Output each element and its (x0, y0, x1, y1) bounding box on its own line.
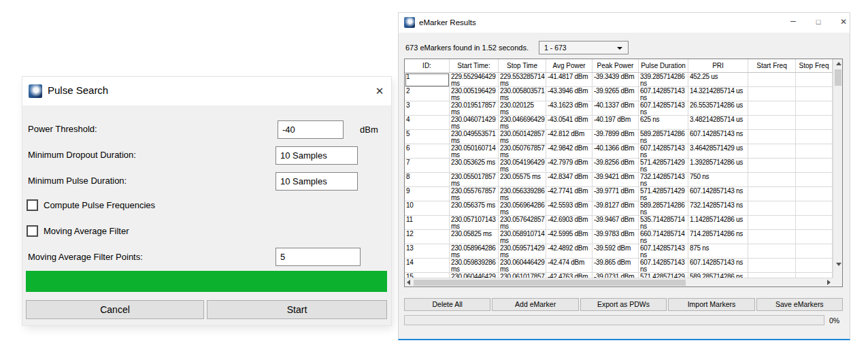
table-cell[interactable]: 3.48214285714 us (688, 116, 748, 130)
table-cell[interactable]: 230.058910714 ms (499, 230, 546, 244)
table-cell[interactable]: 230.054196429 ms (499, 159, 546, 173)
table-cell[interactable]: 230.05825 ms (450, 230, 499, 244)
import-markers-button[interactable]: Import Markers (668, 298, 754, 311)
table-cell[interactable]: 230.005803571 ms (499, 87, 546, 101)
table-cell[interactable]: 3.46428571429 us (688, 144, 748, 159)
table-cell[interactable] (796, 130, 833, 144)
table-cell[interactable]: 13 (405, 244, 450, 259)
table-cell[interactable]: 230.050142857 ms (499, 130, 546, 144)
table-cell[interactable] (748, 159, 796, 173)
table-cell[interactable] (748, 87, 796, 101)
column-header-stop-freq[interactable]: Stop Freq (796, 59, 833, 72)
table-cell[interactable]: -39.9467 dBm (592, 216, 639, 230)
table-cell[interactable] (796, 101, 833, 116)
table-cell[interactable]: 230.059839286 ms (450, 259, 499, 273)
vertical-scrollbar[interactable] (833, 59, 842, 278)
table-cell[interactable] (748, 144, 796, 159)
table-cell[interactable]: -43.3946 dBm (546, 87, 592, 101)
table-cell[interactable]: -43.1623 dBm (546, 101, 592, 116)
table-cell[interactable]: -40.1337 dBm (592, 101, 639, 116)
pulse-search-titlebar[interactable]: Pulse Search ✕ (22, 77, 391, 105)
table-cell[interactable] (796, 87, 833, 101)
column-header-avg-power[interactable]: Avg Power (546, 59, 592, 72)
table-cell[interactable]: 875 ns (688, 244, 748, 259)
table-cell[interactable]: -39.865 dBm (592, 259, 639, 273)
table-cell[interactable] (748, 173, 796, 187)
column-header-start-freq[interactable]: Start Freq (748, 59, 796, 72)
table-cell[interactable]: 339.285714286 ns (639, 73, 688, 87)
table-cell[interactable]: 7 (405, 159, 450, 173)
save-emarkers-button[interactable]: Save eMarkers (756, 298, 843, 311)
table-cell[interactable]: -42.812 dBm (546, 130, 592, 144)
horizontal-scrollbar-thumb[interactable] (414, 280, 686, 286)
table-cell[interactable] (796, 144, 833, 159)
table-cell[interactable] (748, 101, 796, 116)
table-cell[interactable]: 230.046071429 ms (450, 116, 499, 130)
close-icon[interactable]: ✕ (832, 13, 855, 32)
table-cell[interactable]: -40.197 dBm (592, 116, 639, 130)
table-cell[interactable]: -39.8127 dBm (592, 201, 639, 216)
filter-points-input[interactable]: 5 (276, 248, 361, 266)
table-cell[interactable] (748, 73, 796, 87)
table-cell[interactable]: -42.4892 dBm (546, 244, 592, 259)
delete-all-button[interactable]: Delete All (404, 298, 490, 311)
table-cell[interactable]: 571.428571429 ns (639, 187, 688, 201)
table-cell[interactable]: 230.056375 ms (450, 201, 499, 216)
table-cell[interactable]: -41.4817 dBm (546, 73, 592, 87)
column-header-pulse-duration[interactable]: Pulse Duration (639, 59, 688, 72)
table-cell[interactable]: 1.14285714286 us (688, 216, 748, 230)
table-cell[interactable]: 230.053625 ms (450, 159, 499, 173)
column-header-id[interactable]: ID: (405, 59, 450, 72)
table-cell[interactable]: -39.592 dBm (592, 244, 639, 259)
table-cell[interactable]: 607.142857143 ns (639, 244, 688, 259)
table-cell[interactable]: -39.8256 dBm (592, 159, 639, 173)
table-cell[interactable] (748, 116, 796, 130)
table-cell[interactable] (748, 216, 796, 230)
table-cell[interactable]: 571.428571429 ns (639, 159, 688, 173)
table-cell[interactable]: 230.05575 ms (499, 173, 546, 187)
table-cell[interactable]: 26.5535714286 us (688, 101, 748, 116)
table-cell[interactable]: -40.1366 dBm (592, 144, 639, 159)
table-cell[interactable]: 14.3214285714 us (688, 87, 748, 101)
table-cell[interactable]: 230.055017857 ms (450, 173, 499, 187)
moving-average-filter-checkbox[interactable] (27, 225, 38, 237)
table-cell[interactable]: 229.552946429 ms (450, 73, 499, 87)
table-cell[interactable] (796, 259, 833, 273)
table-cell[interactable]: 230.020125 ms (499, 101, 546, 116)
table-cell[interactable] (796, 230, 833, 244)
table-cell[interactable]: 607.142857143 ns (688, 259, 748, 273)
table-cell[interactable]: -42.9842 dBm (546, 144, 592, 159)
min-dropout-input[interactable]: 10 Samples (276, 146, 358, 165)
export-as-pdws-button[interactable]: Export as PDWs (580, 298, 667, 311)
table-cell[interactable]: 607.142857143 ns (639, 87, 688, 101)
table-cell[interactable]: 230.005196429 ms (450, 87, 499, 101)
table-cell[interactable]: 6 (405, 144, 450, 159)
table-cell[interactable]: -39.9265 dBm (592, 87, 639, 101)
table-cell[interactable]: -39.9771 dBm (592, 187, 639, 201)
table-cell[interactable]: 9 (405, 187, 450, 201)
min-pulse-input[interactable]: 10 Samples (276, 172, 358, 191)
column-header-start-time[interactable]: Start Time: (450, 59, 499, 72)
table-cell[interactable]: -42.7979 dBm (546, 159, 592, 173)
add-emarker-button[interactable]: Add eMarker (492, 298, 578, 311)
table-cell[interactable]: -42.7741 dBm (546, 187, 592, 201)
compute-pulse-frequencies-checkbox[interactable] (27, 199, 38, 211)
table-cell[interactable] (748, 187, 796, 201)
table-cell[interactable]: 732.142857143 ns (639, 173, 688, 187)
close-icon[interactable]: ✕ (371, 83, 388, 99)
table-cell[interactable]: -42.6903 dBm (546, 216, 592, 230)
scroll-down-icon[interactable] (836, 263, 841, 266)
table-cell[interactable]: 607.142857143 ns (639, 144, 688, 159)
table-cell[interactable]: 607.142857143 ns (639, 101, 688, 116)
table-cell[interactable]: -39.9783 dBm (592, 230, 639, 244)
table-cell[interactable] (796, 216, 833, 230)
table-cell[interactable] (796, 116, 833, 130)
table-cell[interactable] (748, 244, 796, 259)
table-cell[interactable]: 625 ns (639, 116, 688, 130)
table-cell[interactable]: 10 (405, 201, 450, 216)
table-cell[interactable]: 660.714285714 ns (639, 230, 688, 244)
column-header-stop-time[interactable]: Stop Time (499, 59, 546, 72)
table-cell[interactable]: 230.057642857 ms (499, 216, 546, 230)
table-cell[interactable]: -39.7899 dBm (592, 130, 639, 144)
table-cell[interactable]: 732.142857143 ns (688, 201, 748, 216)
